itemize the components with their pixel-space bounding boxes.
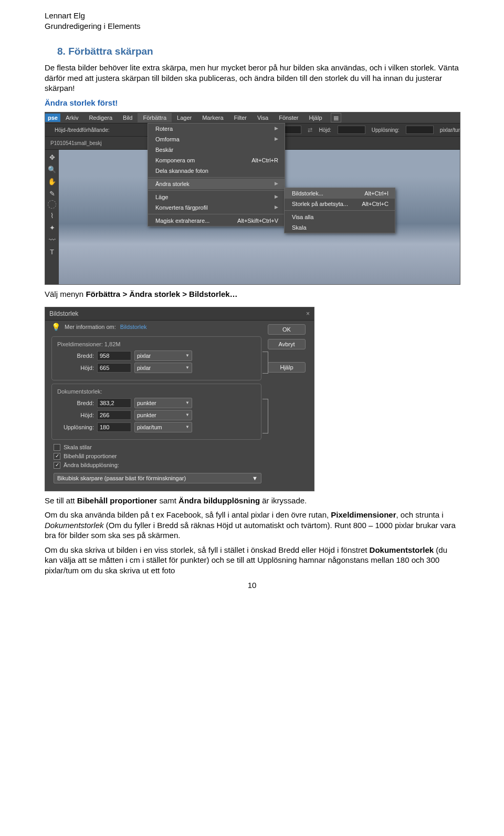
move-tool-icon[interactable]: ✥ [47,152,57,162]
pixel-height-unit-select[interactable]: pixlar▼ [134,363,192,373]
width-label: Bredd: [57,353,94,359]
chevron-down-icon: ▼ [252,475,258,481]
ok-button[interactable]: OK [268,324,306,335]
menu-lager[interactable]: Lager [172,113,197,122]
dd-magisk[interactable]: Magisk extraherare...Alt+Skift+Ctrl+V [148,215,285,226]
sub-skala[interactable]: Skala [285,222,395,233]
mid-caption: Välj menyn Förbättra > Ändra storlek > B… [45,289,459,300]
pixel-legend: Pixeldimensioner: 1,82M [57,341,256,347]
menu-forbattra[interactable]: Förbättra [138,113,172,122]
chevron-right-icon: ▶ [275,126,278,132]
keep-proportions-check[interactable]: ✓ Bibehåll proportioner [45,452,314,461]
zoom-tool-icon[interactable]: 🔍 [47,164,57,174]
doc-height-unit-select[interactable]: punkter▼ [134,410,192,420]
sub-visa-alla[interactable]: Visa alla [285,212,395,222]
menu-hjalp[interactable]: Hjälp [303,113,327,122]
chevron-down-icon: ▼ [185,353,190,358]
unit-label: pixlar/tur [440,127,460,133]
doc-width-label: Bredd: [57,400,94,406]
pixel-width-unit-select[interactable]: pixlar▼ [134,350,192,361]
menu-arkiv[interactable]: Arkiv [60,113,83,122]
dd-omforma[interactable]: Omforma▶ [148,134,285,145]
dd-konvertera[interactable]: Konvertera färgprofil▶ [148,202,285,213]
dd-separator [285,210,395,211]
andra-storlek-submenu: Bildstorlek...Alt+Ctrl+I Storlek på arbe… [284,188,395,233]
resolution-input[interactable] [97,422,131,432]
height-input[interactable] [338,126,365,134]
info-link[interactable]: Bildstorlek [120,324,147,330]
layout-grid-icon[interactable]: ▦ [331,113,341,122]
after-p3: Om du ska skriva ut bilden i en viss sto… [45,545,459,576]
pixel-height-input[interactable] [97,363,131,373]
menu-redigera[interactable]: Redigera [83,113,118,122]
intro-paragraph: De flesta bilder behöver lite extra skär… [45,63,459,94]
ratio-label: Höjd-/breddförhållande: [55,127,110,133]
chevron-right-icon: ▶ [275,136,278,142]
page-number: 10 [45,581,459,590]
doc-width-input[interactable] [97,398,131,408]
bild-dropdown: Rotera▶ Omforma▶ Beskär Komponera omAlt+… [148,123,285,226]
lasso-tool-icon[interactable]: ⌇ [47,210,57,221]
menu-filter[interactable]: Filter [229,113,252,122]
dd-separator [148,190,285,191]
eyedropper-tool-icon[interactable]: ✎ [47,188,57,199]
chevron-down-icon: ▼ [185,400,190,405]
chevron-down-icon: ▼ [185,365,190,370]
cancel-button[interactable]: Avbryt [268,339,306,349]
bildstorlek-dialog: Bildstorlek × 💡 Mer information om: Bild… [45,307,314,491]
type-tool-icon[interactable]: T [47,246,57,257]
dd-separator [148,177,285,178]
pse-logo: pse [45,113,60,122]
checkbox-icon: ✓ [54,462,60,469]
dd-lage[interactable]: Läge▶ [148,192,285,202]
dialog-title: Bildstorlek [49,310,78,317]
author: Lennart Elg [45,11,459,21]
dd-dela[interactable]: Dela skannade foton [148,166,285,176]
resolution-label: Upplösning: [57,424,94,430]
pse-menubar: pse Arkiv Redigera Bild Förbättra Lager … [45,112,460,123]
hand-tool-icon[interactable]: ✋ [47,176,57,187]
marquee-tool-icon[interactable] [48,200,56,209]
callout-resize-first: Ändra storlek först! [45,98,459,108]
chevron-right-icon: ▶ [275,204,278,211]
chevron-down-icon: ▼ [185,425,190,429]
checkbox-icon: ✓ [54,453,60,460]
sub-bildstorlek[interactable]: Bildstorlek...Alt+Ctrl+I [285,188,395,199]
res-input[interactable] [406,126,434,134]
menu-fonster[interactable]: Fönster [274,113,303,122]
swap-icon[interactable]: ⇄ [308,127,312,133]
dialog-buttons: OK Avbryt Hjälp [268,324,306,373]
scale-styles-check[interactable]: Skala stilar [45,443,314,452]
help-button[interactable]: Hjälp [268,362,306,373]
menu-bild[interactable]: Bild [118,113,138,122]
close-icon[interactable]: × [306,310,310,317]
info-prefix: Mer information om: [65,324,116,330]
doc-height-input[interactable] [97,410,131,420]
doc-width-unit-select[interactable]: punkter▼ [134,398,192,408]
res-label: Upplösning: [372,127,400,133]
link-bracket-icon [262,399,268,434]
dd-beskar[interactable]: Beskär [148,145,285,155]
change-resolution-check[interactable]: ✓ Ändra bildupplösning: [45,461,314,470]
dd-andra-storlek[interactable]: Ändra storlek▶ [148,179,285,189]
info-icon: 💡 [51,323,60,331]
brush-tool-icon[interactable]: 〰 [47,234,57,245]
doc-height-label: Höjd: [57,412,94,418]
menu-markera[interactable]: Markera [197,113,228,122]
doc-legend: Dokumentstorlek: [57,388,256,395]
interpolation-select[interactable]: Bikubisk skarpare (passar bäst för förmi… [54,473,261,483]
tool-palette: ✥ 🔍 ✋ ✎ ⌇ ✦ 〰 T [45,150,59,284]
dd-rotera[interactable]: Rotera▶ [148,123,285,134]
pixel-width-input[interactable] [97,351,131,360]
dd-komponera[interactable]: Komponera omAlt+Ctrl+R [148,155,285,166]
wand-tool-icon[interactable]: ✦ [47,222,57,233]
sub-arbetsyta[interactable]: Storlek på arbetsyta...Alt+Ctrl+C [285,199,395,209]
checkbox-icon [54,444,60,451]
doc-header: Lennart Elg Grundredigering i Elements [45,11,459,31]
dialog-titlebar: Bildstorlek × [45,307,314,321]
h-label: Höjd: [319,127,331,133]
dd-separator [148,214,285,214]
menu-visa[interactable]: Visa [252,113,274,122]
resolution-unit-select[interactable]: pixlar/tum▼ [134,422,192,432]
link-bracket-icon [262,352,268,374]
